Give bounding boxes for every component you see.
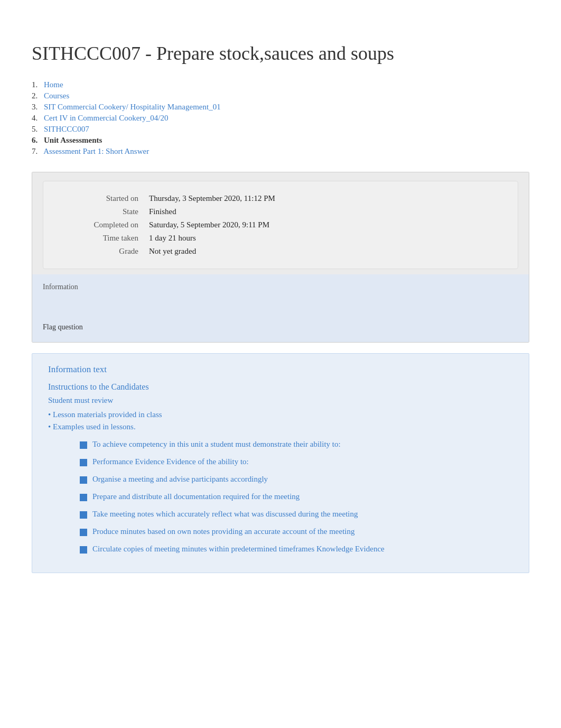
list-item: Prepare and distribute all documentation… bbox=[80, 492, 513, 501]
table-row-time-taken: Time taken 1 day 21 hours bbox=[59, 232, 502, 245]
competency-list: To achieve competency in this unit a stu… bbox=[80, 440, 513, 554]
breadcrumb-item-5[interactable]: SITHCCC007 bbox=[32, 125, 529, 134]
completed-on-value: Saturday, 5 September 2020, 9:11 PM bbox=[144, 218, 502, 232]
breadcrumb-link-cert[interactable]: Cert IV in Commercial Cookery_04/20 bbox=[44, 114, 169, 122]
state-value: Finished bbox=[144, 205, 502, 218]
bullet-icon bbox=[80, 494, 87, 501]
list-item: To achieve competency in this unit a stu… bbox=[80, 440, 513, 449]
information-text-heading: Information text bbox=[48, 364, 513, 375]
table-row-state: State Finished bbox=[59, 205, 502, 218]
started-on-value: Thursday, 3 September 2020, 11:12 PM bbox=[144, 192, 502, 205]
breadcrumb-link-sit[interactable]: SIT Commercial Cookery/ Hospitality Mana… bbox=[44, 103, 221, 111]
table-row-completed: Completed on Saturday, 5 September 2020,… bbox=[59, 218, 502, 232]
breadcrumb-item-7[interactable]: Assessment Part 1: Short Answer bbox=[32, 147, 529, 156]
time-taken-value: 1 day 21 hours bbox=[144, 232, 502, 245]
completed-on-label: Completed on bbox=[59, 218, 144, 232]
bullet-icon bbox=[80, 511, 87, 519]
breadcrumb-link-home[interactable]: Home bbox=[44, 80, 63, 89]
bullet-icon bbox=[80, 529, 87, 536]
list-item: Produce minutes based on own notes provi… bbox=[80, 527, 513, 536]
breadcrumb-link-sithccc[interactable]: SITHCCC007 bbox=[44, 125, 89, 133]
state-label: State bbox=[59, 205, 144, 218]
student-review: Student must review bbox=[48, 396, 513, 405]
breadcrumb-link-assessment[interactable]: Assessment Part 1: Short Answer bbox=[43, 147, 149, 155]
list-item: Circulate copies of meeting minutes with… bbox=[80, 545, 513, 554]
list-item: Take meeting notes which accurately refl… bbox=[80, 510, 513, 519]
time-taken-label: Time taken bbox=[59, 232, 144, 245]
started-on-label: Started on bbox=[59, 192, 144, 205]
breadcrumb-item-6: Unit Assessments bbox=[32, 136, 529, 145]
bullet-lesson-materials: • Lesson materials provided in class bbox=[48, 410, 513, 419]
grade-value: Not yet graded bbox=[144, 245, 502, 258]
breadcrumb-item-4[interactable]: Cert IV in Commercial Cookery_04/20 bbox=[32, 114, 529, 123]
page-title: SITHCCC007 - Prepare stock,sauces and so… bbox=[32, 42, 529, 64]
assessment-info-block: Started on Thursday, 3 September 2020, 1… bbox=[32, 172, 529, 343]
bullet-icon bbox=[80, 459, 87, 466]
information-label: Information bbox=[43, 283, 518, 291]
breadcrumb-link-courses[interactable]: Courses bbox=[44, 91, 69, 100]
breadcrumb-item-3[interactable]: SIT Commercial Cookery/ Hospitality Mana… bbox=[32, 103, 529, 112]
table-row-started: Started on Thursday, 3 September 2020, 1… bbox=[59, 192, 502, 205]
grade-label: Grade bbox=[59, 245, 144, 258]
table-row-grade: Grade Not yet graded bbox=[59, 245, 502, 258]
instructions-heading: Instructions to the Candidates bbox=[48, 382, 513, 392]
bullet-icon bbox=[80, 441, 87, 449]
assessment-info-table-section: Started on Thursday, 3 September 2020, 1… bbox=[32, 172, 529, 274]
breadcrumb: Home Courses SIT Commercial Cookery/ Hos… bbox=[32, 80, 529, 156]
breadcrumb-item-1[interactable]: Home bbox=[32, 80, 529, 89]
flag-question[interactable]: Flag question bbox=[43, 323, 518, 331]
content-box: Information text Instructions to the Can… bbox=[32, 353, 529, 573]
breadcrumb-item-2[interactable]: Courses bbox=[32, 91, 529, 100]
bullet-icon bbox=[80, 546, 87, 554]
bullet-icon bbox=[80, 476, 87, 484]
assessment-info-table: Started on Thursday, 3 September 2020, 1… bbox=[43, 181, 518, 269]
list-item: Performance Evidence Evidence of the abi… bbox=[80, 457, 513, 466]
info-flag-section: Information Flag question bbox=[32, 274, 529, 342]
list-item: Organise a meeting and advise participan… bbox=[80, 475, 513, 484]
bullet-examples: • Examples used in lessons. bbox=[48, 422, 513, 431]
